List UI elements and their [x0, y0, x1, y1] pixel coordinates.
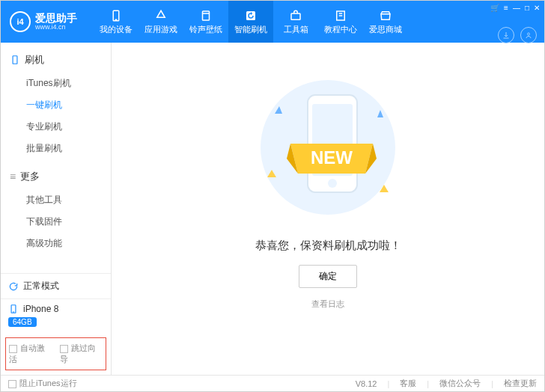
- storage-badge: 64GB: [8, 317, 37, 327]
- nav-label: 铃声壁纸: [189, 24, 222, 35]
- svg-rect-2: [203, 11, 210, 20]
- close-icon[interactable]: ✕: [534, 4, 540, 12]
- toolbox-icon: [289, 9, 302, 22]
- maximize-icon[interactable]: □: [525, 4, 529, 12]
- logo-badge: i4: [10, 11, 31, 32]
- svg-point-9: [528, 33, 530, 35]
- sidebar-item-pro-flash[interactable]: 专业刷机: [1, 116, 111, 138]
- sidebar-device[interactable]: iPhone 8 64GB: [1, 298, 111, 334]
- footer: 阻止iTunes运行 V8.12 | 客服 | 微信公众号 | 检查更新: [1, 375, 544, 391]
- sidebar: 刷机 iTunes刷机 一键刷机 专业刷机 批量刷机 ≡ 更多 其他工具 下载固…: [1, 43, 112, 375]
- user-button[interactable]: [520, 27, 537, 43]
- phone-icon: [10, 55, 20, 65]
- minimize-icon[interactable]: —: [513, 4, 520, 12]
- new-banner-text: NEW: [311, 147, 353, 168]
- nav-apps[interactable]: 应用游戏: [138, 1, 183, 43]
- footer-link-support[interactable]: 客服: [400, 378, 416, 389]
- section-title: 更多: [20, 170, 40, 183]
- cart-icon[interactable]: 🛒: [490, 4, 499, 12]
- download-button[interactable]: [498, 27, 514, 43]
- nav-tutorials[interactable]: 教程中心: [318, 1, 363, 43]
- header-right-buttons: [490, 14, 544, 56]
- sidebar-options-box: 自动激活 跳过向导: [5, 337, 106, 370]
- nav-label: 应用游戏: [144, 24, 177, 35]
- sidebar-section-flash: 刷机: [1, 49, 111, 71]
- ok-button[interactable]: 确定: [299, 265, 357, 288]
- sidebar-item-other-tools[interactable]: 其他工具: [1, 189, 111, 211]
- nav-label: 教程中心: [324, 24, 357, 35]
- music-icon: [199, 9, 213, 22]
- section-title: 刷机: [25, 53, 44, 67]
- nav-label: 我的设备: [100, 24, 133, 35]
- refresh-icon: [8, 281, 19, 292]
- device-icon: [109, 9, 123, 22]
- sidebar-item-advanced[interactable]: 高级功能: [1, 233, 111, 254]
- sidebar-section-more: ≡ 更多: [1, 165, 111, 188]
- menu-icon[interactable]: ≡: [504, 4, 508, 12]
- refresh-icon: [244, 9, 258, 22]
- app-logo: i4 爱思助手 www.i4.cn: [1, 11, 86, 32]
- sidebar-item-oneclick-flash[interactable]: 一键刷机: [1, 94, 111, 116]
- app-header: i4 爱思助手 www.i4.cn 我的设备 应用游戏 铃声壁纸 智能刷机 工具…: [1, 1, 544, 43]
- user-icon: [524, 31, 533, 40]
- nav-ringtones[interactable]: 铃声壁纸: [183, 1, 228, 43]
- option-skip-guide[interactable]: 跳过向导: [60, 343, 103, 365]
- app-name: 爱思助手: [35, 13, 77, 23]
- option-auto-activate[interactable]: 自动激活: [9, 343, 52, 365]
- app-url: www.i4.cn: [35, 23, 77, 31]
- store-icon: [379, 9, 392, 22]
- top-nav: 我的设备 应用游戏 铃声壁纸 智能刷机 工具箱 教程中心 爱思商城: [94, 1, 408, 43]
- apps-icon: [154, 9, 168, 22]
- device-name: iPhone 8: [23, 304, 58, 314]
- nav-my-device[interactable]: 我的设备: [94, 1, 138, 43]
- list-icon: ≡: [10, 171, 16, 183]
- version-label: V8.12: [356, 379, 377, 388]
- nav-label: 智能刷机: [234, 24, 267, 35]
- footer-link-wechat[interactable]: 微信公众号: [439, 378, 481, 389]
- svg-point-20: [328, 179, 337, 188]
- nav-label: 爱思商城: [369, 24, 402, 35]
- book-icon: [334, 9, 347, 22]
- nav-store[interactable]: 爱思商城: [363, 1, 408, 43]
- sidebar-item-download-firmware[interactable]: 下载固件: [1, 211, 111, 233]
- nav-label: 工具箱: [284, 24, 308, 35]
- status-label: 正常模式: [23, 280, 59, 293]
- success-message: 恭喜您，保资料刷机成功啦！: [255, 239, 401, 253]
- sidebar-status[interactable]: 正常模式: [1, 273, 111, 298]
- sidebar-item-batch-flash[interactable]: 批量刷机: [1, 138, 111, 159]
- nav-toolbox[interactable]: 工具箱: [273, 1, 318, 43]
- view-log-link[interactable]: 查看日志: [311, 298, 344, 310]
- footer-label: 阻止iTunes运行: [19, 379, 77, 388]
- main-content: NEW 恭喜您，保资料刷机成功啦！ 确定 查看日志: [112, 43, 544, 375]
- block-itunes-checkbox[interactable]: 阻止iTunes运行: [8, 378, 77, 389]
- svg-rect-5: [291, 13, 300, 19]
- nav-flash[interactable]: 智能刷机: [228, 1, 273, 43]
- success-illustration: NEW: [249, 73, 407, 222]
- svg-rect-10: [13, 56, 17, 64]
- window-controls: 🛒 ≡ — □ ✕: [490, 4, 540, 12]
- phone-icon: [8, 304, 19, 314]
- sidebar-item-itunes-flash[interactable]: iTunes刷机: [1, 73, 111, 94]
- download-icon: [502, 31, 511, 40]
- footer-link-update[interactable]: 检查更新: [504, 378, 537, 389]
